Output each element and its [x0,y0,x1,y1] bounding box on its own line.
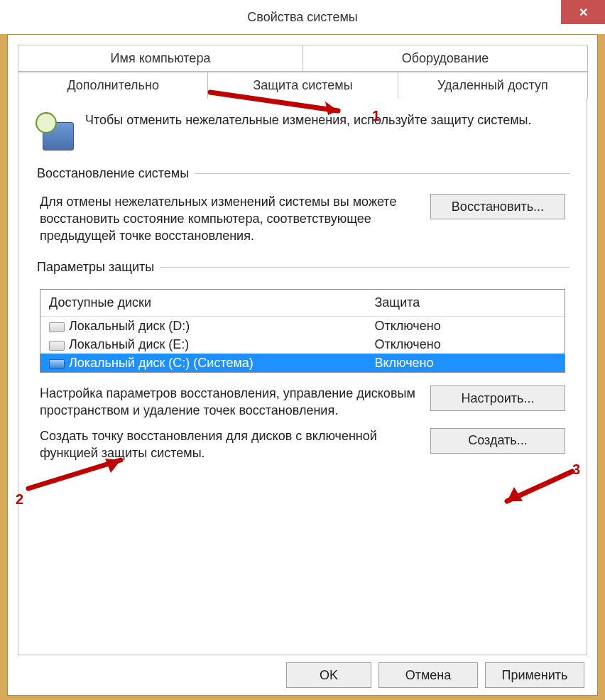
drives-list[interactable]: Доступные диски Защита Локальный диск (D… [40,289,565,373]
tab-strip: Имя компьютера Оборудование Дополнительн… [18,45,587,99]
svg-line-4 [507,471,572,501]
configure-description: Настройка параметров восстановления, упр… [40,385,416,420]
drive-name: Локальный диск (D:) [69,319,190,333]
drive-row-selected[interactable]: Локальный диск (C:) (Система) Включено [40,354,565,372]
cancel-button[interactable]: Отмена [378,662,478,688]
tab-label: Имя компьютера [111,51,211,66]
drive-row[interactable]: Локальный диск (E:) Отключено [40,335,565,354]
dialog-body: Имя компьютера Оборудование Дополнительн… [7,34,598,696]
create-button[interactable]: Создать... [430,428,565,454]
annotation-number-3: 3 [572,461,580,478]
drive-icon [49,341,65,351]
drive-name: Локальный диск (E:) [69,337,189,351]
tab-panel-system-protection: Чтобы отменить нежелательные изменения, … [18,98,587,655]
dialog-buttons: OK Отмена Применить [18,655,587,688]
drive-protection-status: Отключено [366,335,565,354]
col-protection: Защита [366,290,565,317]
annotation-number-2: 2 [16,491,23,508]
restore-description: Для отмены нежелательных изменений систе… [40,194,416,244]
tab-hardware[interactable]: Оборудование [302,45,588,72]
apply-button[interactable]: Применить [485,662,584,688]
ok-button[interactable]: OK [286,662,371,688]
tab-computer-name[interactable]: Имя компьютера [18,45,303,72]
configure-button[interactable]: Настроить... [430,385,565,411]
create-description: Создать точку восстановления для дисков … [40,428,416,462]
tab-label: Оборудование [402,51,489,66]
close-icon: ✕ [579,6,588,19]
button-label: Отмена [405,668,452,683]
intro-row: Чтобы отменить нежелательные изменения, … [36,112,569,151]
tab-label: Дополнительно [67,78,159,93]
drive-name: Локальный диск (C:) (Система) [69,356,254,370]
tabs-area: Имя компьютера Оборудование Дополнительн… [18,45,587,655]
drive-protection-status: Отключено [366,317,565,335]
system-drive-icon [49,359,65,369]
title-bar: Свойства системы ✕ [0,0,605,34]
tab-label: Защита системы [253,78,352,93]
tab-label: Удаленный доступ [437,78,548,93]
button-label: Восстановить... [452,199,544,214]
tab-remote[interactable]: Удаленный доступ [398,72,588,99]
button-label: Создать... [468,433,527,448]
close-button[interactable]: ✕ [561,0,605,24]
button-label: Настроить... [462,391,535,406]
button-label: Применить [501,668,567,683]
tab-advanced[interactable]: Дополнительно [18,72,208,99]
col-available-drives: Доступные диски [40,290,366,317]
drive-row[interactable]: Локальный диск (D:) Отключено [40,317,565,335]
svg-marker-5 [507,487,523,501]
tab-system-protection[interactable]: Защита системы [207,72,398,99]
drives-header: Доступные диски Защита [40,290,565,317]
button-label: OK [320,668,338,683]
restore-legend: Восстановление системы [36,166,195,181]
drive-protection-status: Включено [366,354,565,372]
annotation-number-1: 1 [372,108,380,124]
restore-group: Восстановление системы Для отмены нежела… [36,166,569,253]
window-title: Свойства системы [247,10,357,25]
tab-row-1: Имя компьютера Оборудование [18,45,587,72]
system-protection-icon [36,112,74,151]
restore-button[interactable]: Восстановить... [430,194,565,219]
protection-legend: Параметры защиты [36,260,160,275]
annotation-arrow-3 [473,466,587,511]
protection-group: Параметры защиты Доступные диски Защита … [36,260,569,469]
intro-text: Чтобы отменить нежелательные изменения, … [85,112,532,128]
system-properties-window: Свойства системы ✕ Имя компьютера Оборуд… [0,0,605,700]
drive-icon [49,322,65,332]
tab-row-2: Дополнительно Защита системы Удаленный д… [18,72,587,99]
